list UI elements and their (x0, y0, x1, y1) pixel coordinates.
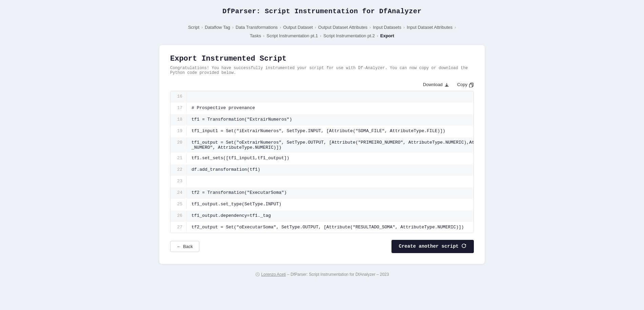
line-number: 17 (170, 103, 187, 113)
page-title: DfParser: Script Instrumentation for DfA… (222, 7, 422, 15)
svg-point-3 (257, 273, 258, 274)
bc-data-transformations[interactable]: Data Transformations (236, 25, 278, 30)
line-number: 20 (170, 137, 187, 148)
bc-sec-sep-2: › (320, 34, 321, 38)
refresh-icon (461, 243, 466, 250)
line-number: 21 (170, 153, 187, 163)
table-row: 20tf1_output = Set("oExtrairNumeros", Se… (170, 137, 474, 153)
table-row: 27tf2_output = Set("oExecutarSoma", SetT… (170, 222, 474, 233)
line-code: tf2 = Transformation("ExecutarSoma") (187, 187, 474, 198)
line-number: 24 (170, 187, 187, 198)
bc-sep-2: › (232, 25, 234, 30)
bc-tasks[interactable]: Tasks (250, 33, 261, 38)
table-row: 26tf1_output.dependency=tf1._tag (170, 210, 474, 222)
table-row: 17# Prospective provenance (170, 103, 474, 114)
download-button[interactable]: Download (423, 82, 449, 87)
footer-author[interactable]: Lorenzo Aceti (261, 272, 286, 277)
bc-output-dataset[interactable]: Output Dataset (283, 25, 313, 30)
table-row: 22df.add_transformation(tf1) (170, 164, 474, 176)
export-subtitle: Congratulations! You have successfully i… (170, 66, 474, 75)
bc-input-datasets[interactable]: Input Datasets (373, 25, 401, 30)
footer-text: – DfParser: Script Instrumentation for D… (287, 272, 389, 277)
table-row: 24tf2 = Transformation("ExecutarSoma") (170, 187, 474, 199)
card-footer: ← Back Create another script (170, 240, 474, 253)
table-row: 23 (170, 176, 474, 187)
code-block: 1617# Prospective provenance18tf1 = Tran… (170, 91, 474, 233)
bc-export[interactable]: Export (380, 33, 394, 38)
line-number: 22 (170, 164, 187, 175)
export-title: Export Instrumented Script (170, 55, 474, 63)
line-number: 18 (170, 114, 187, 125)
line-number: 25 (170, 199, 187, 209)
download-label: Download (423, 82, 443, 87)
page-footer: Lorenzo Aceti – DfParser: Script Instrum… (255, 272, 389, 277)
table-row: 19tf1_input1 = Set("iExtrairNumeros", Se… (170, 126, 474, 137)
bc-sep-3: › (280, 25, 281, 30)
bc-sec-sep-3: › (377, 34, 378, 38)
line-number: 16 (170, 91, 187, 102)
bc-sep-4: › (315, 25, 316, 30)
table-row: 21tf1.set_sets([tf1_input1,tf1_output]) (170, 153, 474, 164)
download-icon (444, 82, 449, 87)
line-code (187, 91, 474, 97)
create-another-label: Create another script (399, 244, 459, 249)
bc-sep-7: › (455, 25, 456, 30)
line-code: tf1 = Transformation("ExtrairNumeros") (187, 114, 474, 125)
line-number: 23 (170, 176, 187, 186)
line-number: 26 (170, 210, 187, 221)
main-card: Export Instrumented Script Congratulatio… (159, 45, 485, 264)
back-button[interactable]: ← Back (170, 241, 199, 252)
bc-script-instr-1[interactable]: Script Instrumentation pt.1 (266, 33, 318, 38)
breadcrumb-secondary: Tasks › Script Instrumentation pt.1 › Sc… (250, 33, 394, 38)
line-number: 19 (170, 126, 187, 136)
line-code: tf1_output.set_type(SetType.INPUT) (187, 199, 474, 209)
copy-button[interactable]: Copy (457, 82, 474, 87)
footer-icon (255, 272, 260, 277)
table-row: 16 (170, 91, 474, 103)
line-code: df.add_transformation(tf1) (187, 164, 474, 175)
table-row: 18tf1 = Transformation("ExtrairNumeros") (170, 114, 474, 126)
back-arrow-icon: ← (177, 244, 181, 249)
bc-script-instr-2[interactable]: Script Instrumentation pt.2 (323, 33, 375, 38)
code-actions: Download Copy (170, 82, 474, 87)
table-row: 25tf1_output.set_type(SetType.INPUT) (170, 199, 474, 210)
copy-label: Copy (457, 82, 467, 87)
bc-input-dataset-attrs[interactable]: Input Dataset Attributes (407, 25, 452, 30)
line-code (187, 176, 474, 181)
bc-output-dataset-attrs[interactable]: Output Dataset Attributes (318, 25, 367, 30)
line-code: tf1_output.dependency=tf1._tag (187, 210, 474, 221)
line-code: # Prospective provenance (187, 103, 474, 113)
bc-sep-6: › (403, 25, 405, 30)
line-code: tf1.set_sets([tf1_input1,tf1_output]) (187, 153, 474, 163)
create-another-button[interactable]: Create another script (391, 240, 474, 253)
breadcrumb-primary: Script › Dataflow Tag › Data Transformat… (188, 25, 456, 30)
line-code: tf1_output = Set("oExtrairNumeros", SetT… (187, 137, 474, 153)
bc-sep-1: › (201, 25, 203, 30)
line-code: tf2_output = Set("oExecutarSoma", SetTyp… (187, 222, 474, 232)
line-number: 27 (170, 222, 187, 232)
svg-rect-1 (469, 84, 472, 87)
bc-dataflow-tag[interactable]: Dataflow Tag (205, 25, 230, 30)
bc-sec-sep-1: › (263, 34, 264, 38)
bc-script[interactable]: Script (188, 25, 199, 30)
copy-icon (469, 82, 474, 87)
line-code: tf1_input1 = Set("iExtrairNumeros", SetT… (187, 126, 474, 136)
bc-sep-5: › (369, 25, 371, 30)
back-label: Back (183, 244, 193, 249)
